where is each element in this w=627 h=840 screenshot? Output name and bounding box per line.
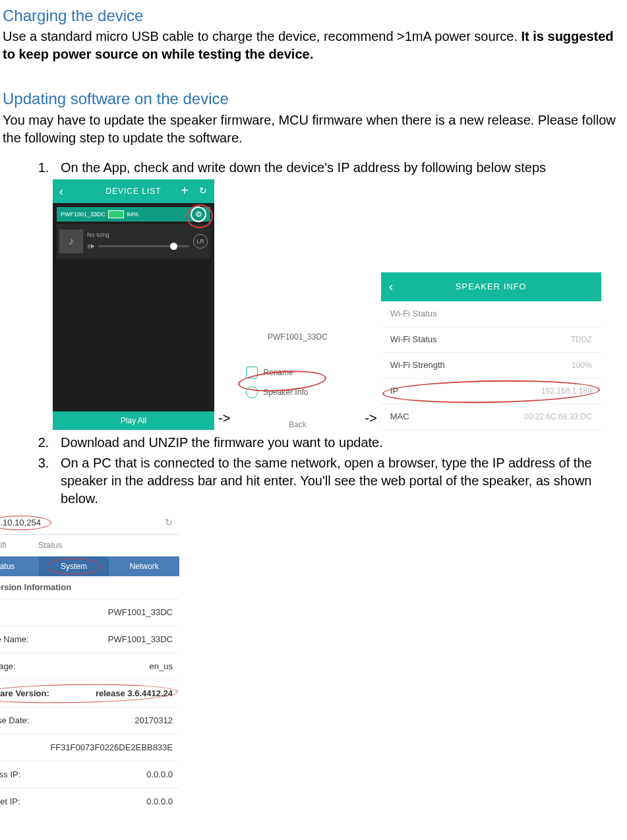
portal-tabs: Status System Network — [0, 556, 179, 576]
add-icon[interactable]: + — [181, 182, 189, 200]
info-row-wifi-status: Wi-Fi Status TDDZ — [381, 327, 601, 353]
tab-system[interactable]: System — [39, 556, 109, 576]
info-k-1: Wi-Fi Status — [390, 334, 437, 345]
device-name: PWF1001_33DC — [61, 210, 105, 218]
k-wip: Wireless IP: — [0, 769, 20, 781]
info-k-4: MAC — [390, 411, 409, 423]
lr-badge[interactable]: LR — [193, 234, 208, 249]
info-k-0: Wi-Fi Status — [390, 308, 437, 320]
crumb-wifi[interactable]: Wifi — [0, 539, 7, 551]
v-reldate: 20170312 — [134, 715, 173, 727]
steps-list: On the App, check and write down the dev… — [3, 159, 624, 508]
row-reldate: Release Date: 20170312 — [0, 707, 179, 735]
v-eip: 0.0.0.0 — [146, 796, 173, 808]
address-bar[interactable]: ✔ 10.10.10.254 ↻ — [0, 512, 179, 535]
k-lang: Language: — [0, 661, 15, 673]
header-title: DEVICE LIST — [105, 186, 161, 196]
popup-back[interactable]: Back — [234, 419, 361, 430]
info-header: ‹ SPEAKER INFO — [381, 272, 601, 301]
text-charge-1: Use a standard micro USB cable to charge… — [3, 29, 522, 44]
app-header: ‹ DEVICE LIST + ↻ — [53, 179, 214, 203]
volume-icon[interactable]: 🕪 — [87, 241, 94, 251]
k-devname: Device Name: — [0, 634, 29, 645]
heading-charging: Charging the device — [3, 5, 624, 26]
info-row-wifi-status-head: Wi-Fi Status — [381, 301, 601, 327]
step-2: Download and UNZIP the firmware you want… — [53, 434, 624, 452]
figure-row-1: ‹ DEVICE LIST + ↻ PWF1001_33DC 94% ⚙ ♪ N… — [53, 179, 624, 430]
row-ssid: SSID: PWF1001_33DC — [0, 599, 179, 626]
k-eip: Ethernet IP: — [0, 796, 20, 808]
no-song-label: No song — [87, 231, 189, 239]
screenshot-web-portal: ✔ 10.10.10.254 ↻ ✱ Wifi Status Status Sy… — [0, 512, 179, 815]
annotation-circle-system — [47, 558, 101, 574]
crumb-status: Status — [38, 539, 63, 551]
v-uuid: FF31F0073F0226DE2EBB833E — [50, 742, 173, 754]
play-all-button[interactable]: Play All — [53, 411, 214, 430]
arrow-2: -> — [365, 409, 376, 430]
v-ssid: PWF1001_33DC — [108, 607, 173, 618]
step-3: On a PC that is connected to the same ne… — [53, 454, 624, 508]
v-lang: en_us — [150, 661, 173, 673]
row-lang: Language: en_us — [0, 653, 179, 680]
info-title: SPEAKER INFO — [456, 281, 527, 293]
browser-refresh-icon[interactable]: ↻ — [165, 516, 173, 529]
volume-slider[interactable] — [98, 245, 189, 247]
row-wip: Wireless IP: 0.0.0.0 — [0, 762, 179, 789]
tab-status[interactable]: Status — [0, 556, 39, 576]
row-eip: Ethernet IP: 0.0.0.0 — [0, 789, 179, 815]
v-wip: 0.0.0.0 — [146, 769, 173, 781]
tab-network[interactable]: Network — [109, 556, 179, 576]
screenshot-speaker-info: ‹ SPEAKER INFO Wi-Fi Status Wi-Fi Status… — [381, 272, 601, 430]
breadcrumb: ✱ Wifi Status — [0, 535, 179, 556]
screenshot-popup: PWF1001_33DC Rename Speaker Info Back — [234, 332, 361, 429]
back-icon[interactable]: ‹ — [59, 183, 64, 199]
v-devname: PWF1001_33DC — [108, 634, 173, 645]
info-v-1: TDDZ — [571, 334, 592, 345]
info-back-icon[interactable]: ‹ — [389, 278, 394, 295]
row-uuid: UUID: FF31F0073F0226DE2EBB833E — [0, 735, 179, 762]
info-k-2: Wi-Fi Strength — [390, 359, 445, 371]
annotation-circle-url — [0, 516, 51, 530]
album-art-icon: ♪ — [59, 229, 83, 253]
screenshot-device-list: ‹ DEVICE LIST + ↻ PWF1001_33DC 94% ⚙ ♪ N… — [53, 179, 214, 430]
k-reldate: Release Date: — [0, 715, 29, 727]
info-row-mac: MAC 00:22:6C:68:33:DC — [381, 404, 601, 430]
info-row-wifi-strength: Wi-Fi Strength 100% — [381, 353, 601, 378]
para-charging: Use a standard micro USB cable to charge… — [3, 28, 624, 63]
player-row: ♪ No song 🕪 LR — [57, 224, 210, 258]
heading-updating: Updating software on the device — [3, 88, 624, 109]
step-1-text: On the App, check and write down the dev… — [61, 160, 546, 175]
info-v-4: 00:22:6C:68:33:DC — [524, 411, 592, 422]
popup-title: PWF1001_33DC — [234, 332, 361, 342]
arrow-1: -> — [218, 409, 230, 430]
battery-icon — [108, 210, 124, 218]
section-version-info[interactable]: – Version Information — [0, 576, 179, 599]
row-devname: Device Name: PWF1001_33DC — [0, 626, 179, 653]
step-1: On the App, check and write down the dev… — [53, 159, 624, 430]
info-v-2: 100% — [572, 360, 592, 371]
refresh-icon[interactable]: ↻ — [199, 185, 208, 197]
url-text: 10.10.10.254 — [0, 517, 41, 529]
section-title: Version Information — [0, 582, 71, 593]
para-updating: You may have to update the speaker firmw… — [3, 111, 624, 147]
battery-text: 94% — [127, 210, 138, 218]
